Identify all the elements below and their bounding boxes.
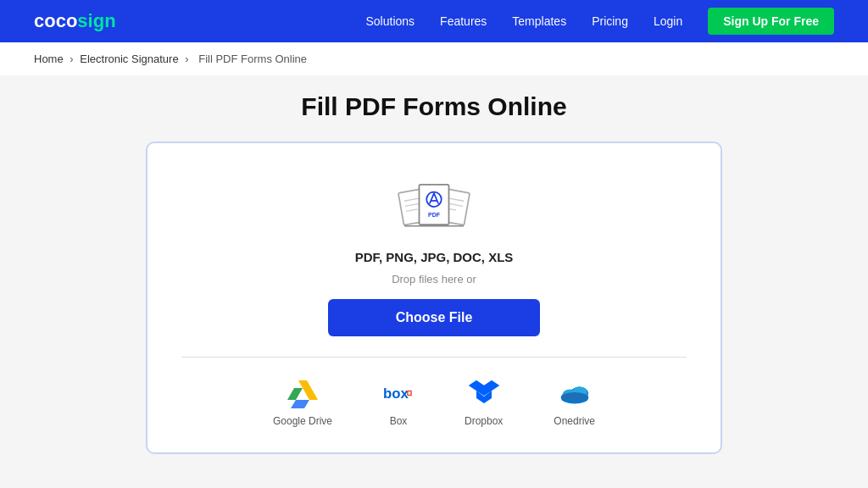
signup-button[interactable]: Sign Up For Free	[708, 8, 834, 35]
google-drive-label: Google Drive	[273, 415, 332, 427]
onedrive-icon	[559, 378, 590, 408]
breadcrumb-sep1: ›	[70, 53, 73, 65]
cloud-providers: Google Drive box Box	[273, 378, 595, 427]
nav-solutions[interactable]: Solutions	[365, 14, 415, 28]
svg-text:PDF: PDF	[428, 212, 441, 218]
svg-marker-15	[291, 400, 309, 408]
box-item[interactable]: box Box	[383, 378, 414, 427]
box-label: Box	[390, 415, 408, 427]
onedrive-item[interactable]: Onedrive	[554, 378, 595, 427]
google-drive-item[interactable]: Google Drive	[273, 378, 332, 427]
breadcrumb-current: Fill PDF Forms Online	[198, 53, 307, 65]
svg-point-25	[560, 392, 587, 402]
breadcrumb-sep2: ›	[185, 53, 188, 65]
file-types-label: PDF, PNG, JPG, DOC, XLS	[355, 250, 514, 264]
logo-sign: sign	[77, 10, 115, 32]
upload-card: PDF PDF, PNG, JPG, DOC, XLS Drop files h…	[146, 141, 722, 454]
breadcrumb-home[interactable]: Home	[34, 53, 64, 65]
nav-login[interactable]: Login	[654, 14, 682, 28]
box-icon: box	[383, 378, 414, 408]
logo: cocosign	[34, 10, 116, 32]
google-drive-icon	[287, 378, 318, 408]
main-nav: Solutions Features Templates Pricing Log…	[365, 8, 834, 35]
nav-pricing[interactable]: Pricing	[592, 14, 628, 28]
breadcrumb-electronic-signature[interactable]: Electronic Signature	[80, 53, 178, 65]
svg-text:box: box	[383, 385, 409, 402]
page-title: Fill PDF Forms Online	[301, 92, 566, 121]
drop-text: Drop files here or	[392, 273, 476, 286]
nav-templates[interactable]: Templates	[512, 14, 566, 28]
choose-file-button[interactable]: Choose File	[328, 299, 541, 336]
pdf-documents-icon: PDF	[396, 177, 472, 236]
dropbox-label: Dropbox	[465, 415, 503, 427]
dropbox-item[interactable]: Dropbox	[465, 378, 503, 427]
logo-coco: coco	[34, 10, 77, 32]
header: cocosign Solutions Features Templates Pr…	[0, 0, 868, 42]
onedrive-label: Onedrive	[554, 415, 595, 427]
nav-features[interactable]: Features	[440, 14, 487, 28]
divider	[181, 357, 687, 358]
breadcrumb: Home › Electronic Signature › Fill PDF F…	[0, 42, 868, 75]
svg-rect-8	[420, 185, 449, 225]
main-content: Fill PDF Forms Online	[0, 75, 868, 488]
dropbox-icon	[469, 378, 499, 408]
svg-marker-14	[287, 388, 303, 400]
pdf-icon-group: PDF	[396, 177, 472, 236]
